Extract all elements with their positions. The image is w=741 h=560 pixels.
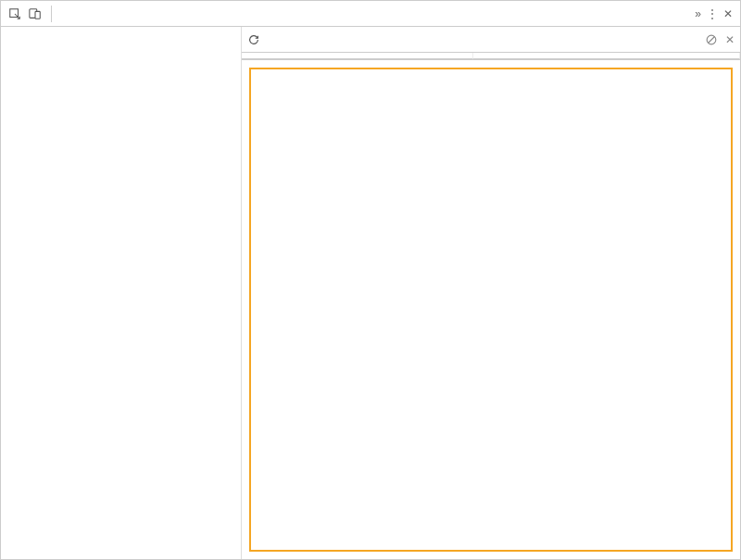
storage-table bbox=[242, 53, 740, 60]
svg-line-4 bbox=[709, 36, 715, 43]
device-toggle-icon[interactable] bbox=[25, 4, 45, 24]
more-tabs-icon[interactable]: » bbox=[695, 7, 701, 20]
block-icon[interactable] bbox=[705, 33, 718, 46]
inspect-element-icon[interactable] bbox=[5, 4, 25, 24]
kebab-menu-icon[interactable]: ⋮ bbox=[707, 7, 718, 20]
filter-input[interactable] bbox=[268, 31, 697, 48]
svg-rect-2 bbox=[35, 11, 40, 19]
application-sidebar bbox=[1, 27, 242, 559]
close-panel-icon[interactable]: ✕ bbox=[723, 7, 733, 20]
value-preview bbox=[249, 68, 733, 552]
devtools-tabs bbox=[65, 1, 695, 27]
refresh-icon[interactable] bbox=[247, 33, 260, 46]
col-header-key[interactable] bbox=[242, 53, 473, 59]
clear-icon[interactable]: ✕ bbox=[725, 33, 735, 46]
col-header-value[interactable] bbox=[473, 53, 740, 59]
